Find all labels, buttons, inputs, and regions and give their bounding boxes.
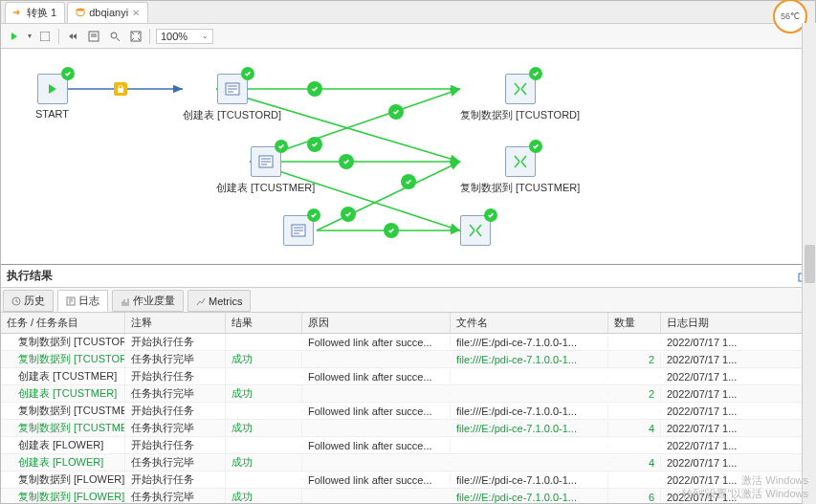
cell-count: 2 xyxy=(608,387,661,401)
svg-point-3 xyxy=(111,33,117,38)
stop-button[interactable] xyxy=(37,29,53,44)
col-date[interactable]: 日志日期 xyxy=(661,313,761,333)
cell-filename: file:///E:/pdi-ce-7.1.0.0-1... xyxy=(451,473,608,487)
explore-button[interactable] xyxy=(107,29,122,44)
tab-label: dbqianyi xyxy=(89,7,128,18)
check-icon xyxy=(529,140,542,153)
table-row[interactable]: 复制数据到 [TCUSTORD]任务执行完毕成功file:///E:/pdi-c… xyxy=(1,351,815,368)
check-icon xyxy=(241,67,254,80)
replay-button[interactable] xyxy=(65,29,80,44)
table-row[interactable]: 复制数据到 [FLOWER]开始执行任务Followed link after … xyxy=(1,471,815,489)
cell-filename: file:///E:/pdi-ce-7.1.0.0-1... xyxy=(451,491,608,504)
node-create-tcustmer[interactable]: 创建表 [TCUSTMER] xyxy=(216,146,315,195)
check-icon xyxy=(61,67,75,80)
copy-icon xyxy=(512,153,529,170)
results-panel: 执行结果 历史 日志 作业度量 Metrics 任务 / 任务条目 注释 结果 … xyxy=(1,264,815,503)
check-icon xyxy=(341,207,356,222)
cell-result: 成功 xyxy=(226,454,302,471)
table-row[interactable]: 复制数据到 [FLOWER]任务执行完毕成功file:///E:/pdi-ce-… xyxy=(1,489,815,503)
node-copy-tcustmer[interactable]: 复制数据到 [TCUSTMER] xyxy=(460,146,580,195)
sql-icon xyxy=(290,222,307,239)
cell-filename xyxy=(451,462,608,464)
cell-date: 2022/07/17 1... xyxy=(661,405,761,418)
vertical-scrollbar[interactable] xyxy=(802,23,816,504)
node-start[interactable]: START xyxy=(35,74,69,120)
flow-edges xyxy=(1,49,815,264)
results-title: 执行结果 xyxy=(7,268,53,284)
col-result[interactable]: 结果 xyxy=(226,313,302,333)
table-row[interactable]: 复制数据到 [TCUSTMER]任务执行完毕成功file:///E:/pdi-c… xyxy=(1,420,815,437)
cell-result xyxy=(226,376,302,378)
cell-comment: 开始执行任务 xyxy=(125,471,226,488)
expand-button[interactable] xyxy=(128,29,143,44)
subtab-jobmetrics[interactable]: 作业度量 xyxy=(112,290,184,312)
check-icon xyxy=(307,81,322,97)
cell-comment: 任务执行完毕 xyxy=(125,489,226,503)
table-row[interactable]: 创建表 [TCUSTMER]开始执行任务Followed link after … xyxy=(1,368,815,385)
cell-date: 2022/07/17 1... xyxy=(661,473,761,487)
cell-count xyxy=(608,341,661,343)
cell-date: 2022/07/17 1... xyxy=(661,387,761,401)
col-count[interactable]: 数量 xyxy=(608,313,661,333)
table-row[interactable]: 复制数据到 [TCUSTMER]开始执行任务Followed link afte… xyxy=(1,403,815,420)
cell-task: 创建表 [TCUSTMER] xyxy=(1,385,125,402)
node-copy-tcustord[interactable]: 复制数据到 [TCUSTORD] xyxy=(460,74,580,122)
cell-task: 复制数据到 [TCUSTORD] xyxy=(1,351,125,367)
run-button[interactable] xyxy=(7,29,22,44)
cell-task: 复制数据到 [TCUSTMER] xyxy=(1,403,125,419)
cell-reason xyxy=(302,393,451,395)
cell-result: 成功 xyxy=(226,489,302,503)
cell-result: 成功 xyxy=(226,420,302,436)
col-reason[interactable]: 原因 xyxy=(302,313,451,333)
check-icon xyxy=(388,104,404,120)
sql-icon xyxy=(257,153,275,170)
check-icon xyxy=(529,67,542,80)
col-filename[interactable]: 文件名 xyxy=(451,313,608,333)
cell-reason: Followed link after succe... xyxy=(302,439,451,452)
cell-reason xyxy=(302,427,451,429)
cell-count: 6 xyxy=(608,491,661,504)
node-copy-partial[interactable] xyxy=(460,215,491,246)
subtab-log[interactable]: 日志 xyxy=(57,290,108,312)
cell-date: 2022/07/17 1... xyxy=(661,439,761,452)
subtab-history[interactable]: 历史 xyxy=(3,290,54,312)
svg-line-12 xyxy=(317,162,460,230)
tab-dbqianyi[interactable]: dbqianyi ✕ xyxy=(67,2,148,23)
cell-count: 2 xyxy=(608,353,661,366)
table-row[interactable]: 复制数据到 [TCUSTORD]开始执行任务Followed link afte… xyxy=(1,334,815,351)
cell-reason xyxy=(302,496,451,498)
cell-result xyxy=(226,410,302,412)
cell-task: 创建表 [FLOWER] xyxy=(1,454,125,471)
chevron-down-icon: ⌄ xyxy=(202,32,209,40)
cell-filename xyxy=(451,445,608,447)
col-task[interactable]: 任务 / 任务条目 xyxy=(1,313,125,333)
node-create-partial[interactable] xyxy=(283,215,314,246)
copy-icon xyxy=(512,80,529,98)
run-dropdown-icon[interactable]: ▾ xyxy=(28,32,32,40)
cell-result: 成功 xyxy=(226,351,302,367)
node-create-tcustord[interactable]: 创建表 [TCUSTORD] xyxy=(183,74,281,122)
sql-button[interactable] xyxy=(86,29,101,44)
cell-date: 2022/07/17 1... xyxy=(661,456,761,470)
table-row[interactable]: 创建表 [FLOWER]任务执行完毕成功42022/07/17 1... xyxy=(1,454,815,471)
cell-count: 4 xyxy=(608,456,661,470)
table-row[interactable]: 创建表 [FLOWER]开始执行任务Followed link after su… xyxy=(1,437,815,454)
cell-filename xyxy=(451,393,608,395)
check-icon xyxy=(484,208,497,222)
cell-date: 2022/07/17 1... xyxy=(661,422,761,435)
flow-canvas[interactable]: START 创建表 [TCUSTORD] 创建表 [TCUSTMER] 复制数据… xyxy=(1,49,815,264)
col-comment[interactable]: 注释 xyxy=(125,313,226,333)
tab-transform-1[interactable]: 转换 1 xyxy=(5,2,65,23)
cell-comment: 开始执行任务 xyxy=(125,334,226,350)
cell-count xyxy=(608,376,661,378)
cell-result xyxy=(226,479,302,481)
zoom-select[interactable]: 100%⌄ xyxy=(156,29,213,44)
close-icon[interactable]: ✕ xyxy=(132,8,140,18)
cell-date: 2022/07/17 1... xyxy=(661,336,761,349)
table-row[interactable]: 创建表 [TCUSTMER]任务执行完毕成功22022/07/17 1... xyxy=(1,385,815,403)
clock-icon xyxy=(11,296,21,306)
cell-comment: 任务执行完毕 xyxy=(125,351,226,367)
cell-comment: 任务执行完毕 xyxy=(125,420,226,436)
results-table: 任务 / 任务条目 注释 结果 原因 文件名 数量 日志日期 复制数据到 [TC… xyxy=(1,313,815,503)
subtab-metrics[interactable]: Metrics xyxy=(187,290,251,312)
